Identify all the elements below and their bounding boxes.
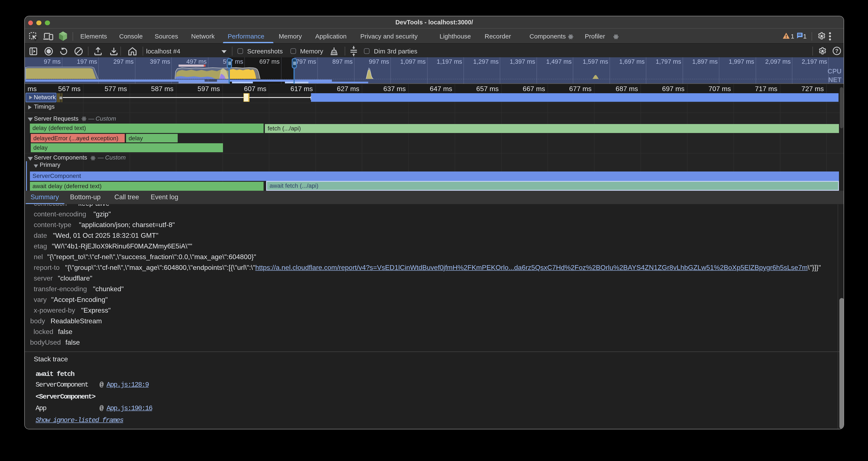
svg-text:?: ? [835, 48, 838, 54]
